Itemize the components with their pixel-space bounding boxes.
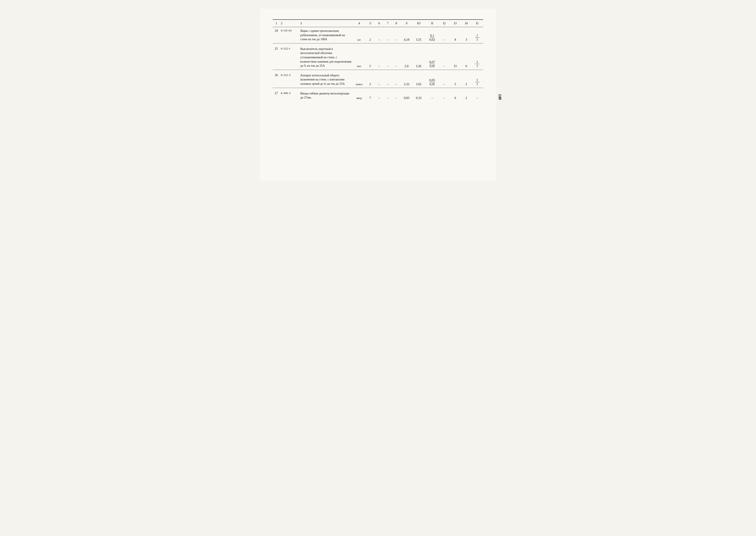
row-25-unit: Iшт bbox=[353, 43, 365, 70]
row-26-frac-den: 0,0I bbox=[429, 82, 435, 86]
row-24-col10: I,55 bbox=[413, 27, 425, 44]
row-27-num: 27 bbox=[273, 88, 280, 102]
header-col-15: I5 bbox=[471, 19, 483, 27]
row-24-col5: 2 bbox=[365, 27, 375, 44]
row-26-col5: 2 bbox=[365, 70, 375, 88]
header-col-10: IO bbox=[413, 19, 425, 27]
row-24-col13: 8 bbox=[449, 27, 461, 44]
row-25-col7: – bbox=[383, 43, 392, 70]
header-col-3: 3 bbox=[299, 19, 353, 27]
row-26-col14: 2 bbox=[461, 70, 471, 88]
row-24-col15: I I bbox=[471, 27, 483, 44]
row-25-col11: 0,07 0,0I bbox=[425, 43, 439, 70]
row-25-num: 25 bbox=[273, 43, 280, 70]
row-25-frac15-den: I bbox=[475, 64, 480, 68]
table-row: 25 8–522–I Выключатель пакетный в металл… bbox=[273, 43, 483, 70]
row-25-col8: – bbox=[392, 43, 400, 70]
row-25-frac15-num: I bbox=[475, 60, 480, 64]
row-24-col8: – bbox=[392, 27, 400, 44]
row-25-col5: 5 bbox=[365, 43, 375, 70]
header-col-12: I2 bbox=[439, 19, 449, 27]
row-24-frac-den: 0,02 bbox=[429, 38, 435, 42]
table-row: 24 8–52I–IO Ящик с одним трехполюсным ру… bbox=[273, 27, 483, 44]
row-27-col10: 0,32 bbox=[413, 88, 425, 102]
row-26-col10: I,02 bbox=[413, 70, 425, 88]
header-col-6: 6 bbox=[375, 19, 384, 27]
header-col-14: I4 bbox=[461, 19, 471, 27]
table-row: 27 8–408–3 Вводы гибкие диаметр металлор… bbox=[273, 88, 483, 102]
row-25-code: 8–522–I bbox=[280, 43, 299, 70]
row-26-frac-num: 0,05 bbox=[429, 78, 435, 83]
row-27-col14: 2 bbox=[461, 88, 471, 102]
row-24-frac-num: 0,1 bbox=[430, 34, 434, 38]
row-24-col11: 0,1 0,02 bbox=[425, 27, 439, 44]
row-24-fraction-15: I I bbox=[475, 34, 480, 42]
row-27-col9: 0,83 bbox=[400, 88, 413, 102]
row-25-col6: – bbox=[375, 43, 384, 70]
row-26-col8: – bbox=[392, 70, 400, 88]
row-25-col9: 2,6 bbox=[400, 43, 413, 70]
row-26-fraction-15: I I bbox=[475, 78, 480, 86]
row-24-col6: – bbox=[375, 27, 384, 44]
header-col-7: 7 bbox=[383, 19, 392, 27]
row-24-col9: 4,18 bbox=[400, 27, 413, 44]
row-26-frac15-num: I bbox=[475, 78, 480, 83]
page: 140 I 2 3 4 ·5 6 7 8 9 IO II I2 I3 I4 I5 bbox=[260, 9, 496, 181]
row-26-frac15-den: I bbox=[475, 82, 480, 86]
row-27-col11: – bbox=[425, 88, 439, 102]
row-24-frac15-den: I bbox=[475, 38, 480, 42]
header-col-11: II bbox=[425, 19, 439, 27]
row-24-col14: 3 bbox=[461, 27, 471, 44]
row-26-desc: Аппарат штепсельный общего назначения на… bbox=[299, 70, 353, 88]
row-24-desc: Ящик с одним трехполюсным рубильником, у… bbox=[299, 27, 353, 44]
row-24-code: 8–52I–IO bbox=[280, 27, 299, 44]
row-26-fraction-11: 0,05 0,0I bbox=[429, 78, 435, 86]
header-col-4: 4 bbox=[353, 19, 365, 27]
row-24-fraction-11: 0,1 0,02 bbox=[429, 34, 435, 42]
row-27-col12: – bbox=[439, 88, 449, 102]
row-25-frac-num: 0,07 bbox=[429, 60, 435, 64]
page-number: 140 bbox=[497, 94, 502, 100]
row-25-frac-den: 0,0I bbox=[429, 64, 435, 68]
row-25-desc: Выключатель пакетный в металлической обо… bbox=[299, 43, 353, 70]
row-26-col11: 0,05 0,0I bbox=[425, 70, 439, 88]
header-col-1: I bbox=[273, 19, 280, 27]
row-24-col12: – bbox=[439, 27, 449, 44]
row-26-num: 26 bbox=[273, 70, 280, 88]
row-25-fraction-11: 0,07 0,0I bbox=[429, 60, 435, 68]
row-25-col14: 6 bbox=[461, 43, 471, 70]
header-col-9: 9 bbox=[400, 19, 413, 27]
row-27-desc: Вводы гибкие диаметр металлорукава до 27… bbox=[299, 88, 353, 102]
row-26-col7: – bbox=[383, 70, 392, 88]
row-27-col15: – bbox=[471, 88, 483, 102]
row-25-col10: I,26 bbox=[413, 43, 425, 70]
row-25-col15: I I bbox=[471, 43, 483, 70]
row-26-col15: I I bbox=[471, 70, 483, 88]
header-col-13: I3 bbox=[449, 19, 461, 27]
table-header-row: I 2 3 4 ·5 6 7 8 9 IO II I2 I3 I4 I5 bbox=[273, 19, 483, 27]
table-row: 26 8–522–5 Аппарат штепсельный общего на… bbox=[273, 70, 483, 88]
row-26-col9: 2,32 bbox=[400, 70, 413, 88]
row-24-num: 24 bbox=[273, 27, 280, 44]
row-27-unit: ввод bbox=[353, 88, 365, 102]
row-26-code: 8–522–5 bbox=[280, 70, 299, 88]
row-25-fraction-15: I I bbox=[475, 60, 480, 68]
row-26-unit: компл bbox=[353, 70, 365, 88]
row-27-code: 8–408–3 bbox=[280, 88, 299, 102]
row-26-col13: 5 bbox=[449, 70, 461, 88]
row-27-col6: – bbox=[375, 88, 384, 102]
row-27-col8: – bbox=[392, 88, 400, 102]
row-25-col13: I3 bbox=[449, 43, 461, 70]
header-col-5: ·5 bbox=[365, 19, 375, 27]
row-26-col6: – bbox=[375, 70, 384, 88]
row-27-col5: 7 bbox=[365, 88, 375, 102]
row-26-col12: – bbox=[439, 70, 449, 88]
row-24-frac15-num: I bbox=[475, 34, 480, 38]
row-24-unit: шт bbox=[353, 27, 365, 44]
main-table: I 2 3 4 ·5 6 7 8 9 IO II I2 I3 I4 I5 24 bbox=[273, 19, 483, 102]
header-col-2: 2 bbox=[280, 19, 299, 27]
row-24-col7: – bbox=[383, 27, 392, 44]
header-col-8: 8 bbox=[392, 19, 400, 27]
row-25-col12: – bbox=[439, 43, 449, 70]
row-27-col13: 6 bbox=[449, 88, 461, 102]
